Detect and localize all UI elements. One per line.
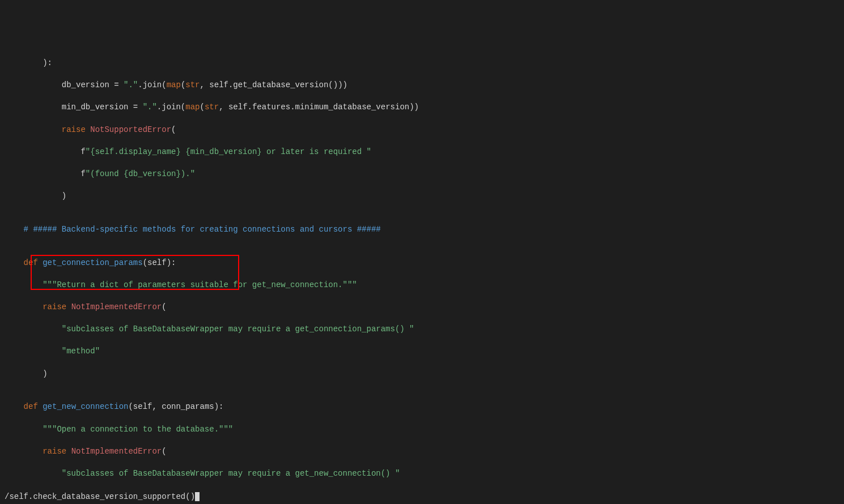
code-line: raise NotSupportedError( (5, 125, 839, 136)
code-line: ) (5, 191, 839, 202)
code-line: db_version = ".".join(map(str, self.get_… (5, 80, 839, 91)
search-query: /self.check_database_version_supported() (5, 492, 195, 501)
code-editor[interactable]: ): db_version = ".".join(map(str, self.g… (0, 44, 844, 504)
code-line: """Open a connection to the database.""" (5, 424, 839, 435)
code-line: "subclasses of BaseDatabaseWrapper may r… (5, 324, 839, 335)
code-line: ): (5, 58, 839, 69)
code-line: raise NotImplementedError( (5, 302, 839, 313)
code-line: raise NotImplementedError( (5, 446, 839, 458)
code-line: def get_new_connection(self, conn_params… (5, 402, 839, 413)
code-line: f"{self.display_name} {min_db_version} o… (5, 147, 839, 158)
code-line: def get_connection_params(self): (5, 258, 839, 269)
code-line: "method" (5, 346, 839, 357)
code-line: """Return a dict of parameters suitable … (5, 280, 839, 291)
code-line: "subclasses of BaseDatabaseWrapper may r… (5, 468, 839, 480)
code-line: f"(found {db_version})." (5, 169, 839, 180)
cursor-icon (195, 492, 200, 501)
search-command-line[interactable]: /self.check_database_version_supported() (0, 490, 844, 504)
code-line: # ##### Backend-specific methods for cre… (5, 224, 839, 236)
code-line: min_db_version = ".".join(map(str, self.… (5, 102, 839, 113)
code-line: ) (5, 369, 839, 380)
